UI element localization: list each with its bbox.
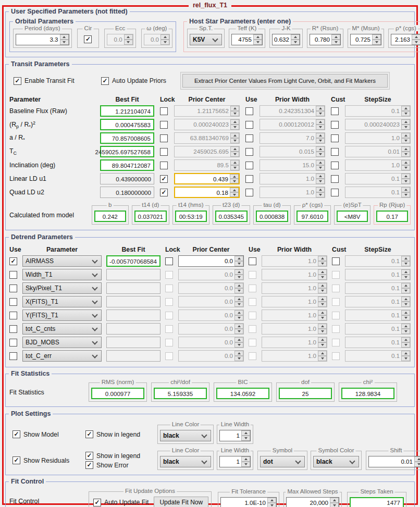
prior-center-input[interactable]: 0.0 bbox=[178, 350, 244, 362]
spinner-down-button[interactable] bbox=[401, 152, 410, 157]
rho-input[interactable]: 2.163 bbox=[391, 34, 420, 45]
stepsize-input[interactable]: 0.1 bbox=[345, 269, 411, 280]
spinner-up-button[interactable] bbox=[401, 269, 410, 275]
spinner-up-button[interactable] bbox=[253, 34, 262, 40]
prior-width-input[interactable]: 1.0 bbox=[262, 337, 327, 348]
spinner-down-button[interactable] bbox=[253, 40, 262, 45]
spinner-down-button[interactable] bbox=[230, 125, 239, 130]
spinner-down-button[interactable] bbox=[401, 165, 410, 170]
use-detrend-checkbox[interactable] bbox=[9, 325, 17, 333]
spinner-up-button[interactable] bbox=[316, 106, 325, 111]
period-value[interactable]: 3.3 bbox=[16, 34, 60, 45]
spinner-down-button[interactable] bbox=[230, 152, 239, 157]
prior-center-value[interactable]: 0.18 bbox=[175, 188, 230, 197]
use-prior-checkbox[interactable] bbox=[249, 285, 256, 292]
lock-checkbox[interactable] bbox=[165, 352, 173, 360]
detrend-param-dropdown[interactable]: tot_C_err bbox=[22, 350, 102, 362]
auto-update-priors[interactable]: Auto Update Priors bbox=[101, 77, 180, 85]
spinner-down-button[interactable] bbox=[316, 192, 325, 197]
cust-checkbox[interactable] bbox=[332, 257, 340, 265]
spinner-down-button[interactable] bbox=[318, 315, 327, 320]
spinner-up-button[interactable] bbox=[234, 283, 243, 288]
jk-value[interactable]: 0.632 bbox=[273, 34, 291, 45]
prior-center-value[interactable]: 0.0 bbox=[179, 310, 234, 320]
symbol-color-dropdown[interactable]: black bbox=[313, 456, 359, 467]
use-prior-checkbox[interactable] bbox=[249, 339, 256, 347]
spinner-up-button[interactable] bbox=[230, 160, 239, 165]
rstar-value[interactable]: 0.780 bbox=[310, 34, 331, 45]
mstar-input[interactable]: 0.725 bbox=[350, 34, 381, 45]
cust-checkbox[interactable] bbox=[331, 121, 339, 129]
spinner-down-button[interactable] bbox=[401, 329, 410, 334]
spinner-up-button[interactable] bbox=[331, 34, 340, 40]
stepsize-input[interactable]: 1.0 bbox=[345, 132, 411, 144]
prior-center-input[interactable]: 0.0 bbox=[178, 323, 244, 335]
show-in-legend-checkbox[interactable] bbox=[85, 430, 93, 438]
use-prior-checkbox[interactable] bbox=[249, 257, 256, 265]
cust-checkbox[interactable] bbox=[332, 352, 340, 360]
extract-prior-centers-button[interactable]: Extract Prior Center Values From Light C… bbox=[182, 74, 388, 88]
spinner-up-button[interactable] bbox=[241, 430, 250, 436]
lock-checkbox[interactable] bbox=[160, 107, 168, 115]
spinner-up-button[interactable] bbox=[401, 324, 410, 329]
show-residuals[interactable]: Show Residuals bbox=[13, 456, 76, 464]
spinner-up-button[interactable] bbox=[318, 337, 327, 342]
use-detrend-checkbox[interactable] bbox=[9, 312, 17, 319]
cust-checkbox[interactable] bbox=[331, 175, 339, 183]
stepsize-input[interactable]: 0.1 bbox=[345, 282, 411, 294]
spinner-up-button[interactable] bbox=[267, 498, 276, 503]
detrend-param-dropdown[interactable]: Y(FITS)_T1 bbox=[22, 310, 102, 321]
model-line-width-input[interactable]: 1 bbox=[219, 430, 251, 441]
prior-center-input[interactable]: 1.21175652 bbox=[174, 105, 240, 117]
spinner-up-button[interactable] bbox=[241, 456, 250, 462]
prior-center-input[interactable]: 0.18 bbox=[174, 187, 240, 198]
prior-center-value[interactable]: 1.21175652 bbox=[175, 106, 230, 116]
spinner-down-button[interactable] bbox=[234, 288, 243, 293]
residuals-show-in-legend[interactable]: Show in legend bbox=[85, 452, 152, 460]
spinner-down-button[interactable] bbox=[318, 356, 327, 361]
spinner-up-button[interactable] bbox=[401, 351, 410, 356]
use-detrend-checkbox[interactable] bbox=[9, 285, 17, 292]
cust-checkbox[interactable] bbox=[331, 134, 339, 142]
show-residuals-checkbox[interactable] bbox=[13, 456, 20, 464]
spinner-down-button[interactable] bbox=[234, 342, 243, 348]
prior-width-input[interactable]: 1.0 bbox=[262, 255, 327, 267]
spinner-up-button[interactable] bbox=[234, 269, 243, 275]
spinner-up-button[interactable] bbox=[401, 310, 410, 315]
spinner-up-button[interactable] bbox=[401, 256, 410, 261]
spinner-down-button[interactable] bbox=[267, 503, 276, 507]
rstar-input[interactable]: 0.780 bbox=[310, 34, 341, 45]
prior-width-input[interactable]: 1.0 bbox=[262, 296, 327, 307]
fit-tolerance-input[interactable]: 1.0E-10 bbox=[220, 497, 277, 507]
cust-checkbox[interactable] bbox=[332, 339, 340, 347]
show-model-checkbox[interactable] bbox=[13, 430, 20, 438]
show-error-checkbox[interactable] bbox=[85, 461, 93, 469]
prior-width-input[interactable]: 1.0 bbox=[260, 187, 325, 198]
prior-width-input[interactable]: 7.0 bbox=[260, 132, 325, 144]
spinner-down-button[interactable] bbox=[401, 192, 410, 197]
spinner-down-button[interactable] bbox=[401, 315, 410, 320]
show-in-legend-checkbox[interactable] bbox=[85, 452, 93, 460]
spinner-up-button[interactable] bbox=[234, 324, 243, 329]
spinner-down-button[interactable] bbox=[124, 40, 133, 45]
spinner-up-button[interactable] bbox=[230, 133, 239, 138]
prior-center-input[interactable]: 63.881340769 bbox=[174, 132, 240, 144]
stepsize-input[interactable]: 0.1 bbox=[345, 187, 411, 198]
lock-checkbox[interactable] bbox=[165, 271, 173, 279]
spinner-down-button[interactable] bbox=[234, 356, 243, 361]
spinner-down-button[interactable] bbox=[401, 275, 410, 280]
spinner-down-button[interactable] bbox=[316, 111, 325, 116]
spinner-up-button[interactable] bbox=[234, 310, 243, 315]
stepsize-input[interactable]: 0.1 bbox=[345, 255, 411, 267]
use-prior-checkbox[interactable] bbox=[245, 121, 253, 129]
detrend-param-dropdown[interactable]: AIRMASS bbox=[22, 255, 102, 267]
stepsize-input[interactable]: 0.1 bbox=[345, 323, 411, 335]
max-allowed-steps-input[interactable]: 20,000 bbox=[286, 497, 339, 507]
residuals-line-width-input[interactable]: 1 bbox=[219, 456, 251, 467]
prior-center-value[interactable]: 0.0 bbox=[179, 283, 234, 293]
lock-checkbox[interactable] bbox=[160, 148, 168, 156]
spinner-down-button[interactable] bbox=[401, 125, 410, 130]
lock-checkbox[interactable] bbox=[165, 312, 173, 319]
prior-center-input[interactable]: 89.5 bbox=[174, 159, 240, 171]
prior-center-input[interactable]: 0.0 bbox=[178, 255, 244, 267]
